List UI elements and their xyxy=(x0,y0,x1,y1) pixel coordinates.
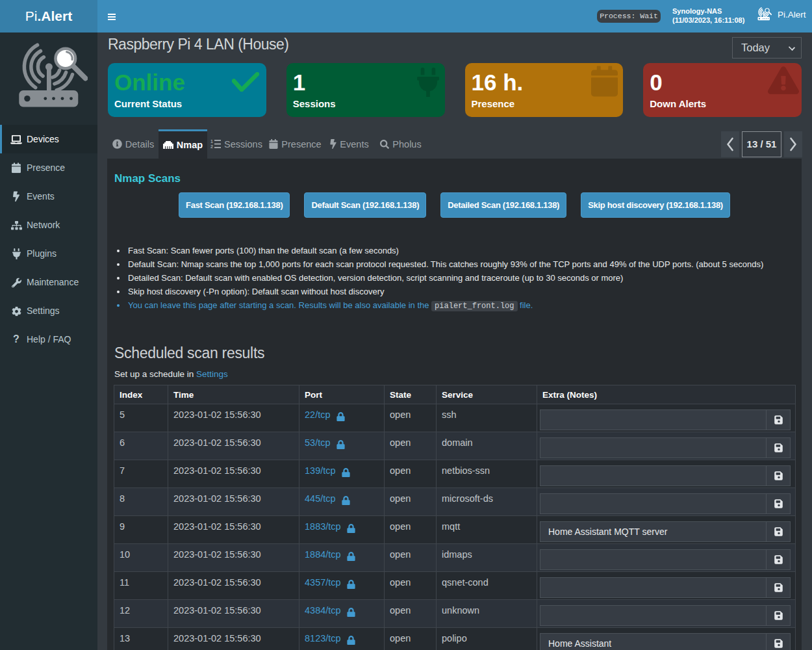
svg-text:2: 2 xyxy=(210,144,213,149)
svg-text:1: 1 xyxy=(210,139,213,144)
